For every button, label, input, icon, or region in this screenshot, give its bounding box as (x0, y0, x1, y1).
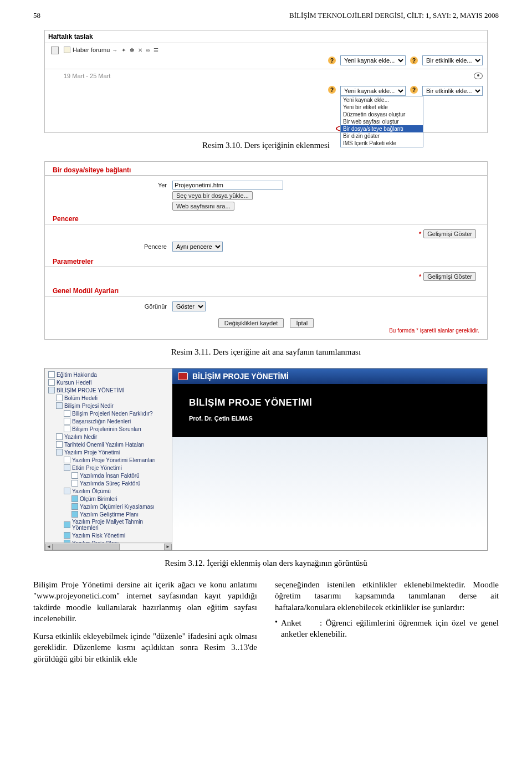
dropdown-option[interactable]: Düzmetin dosyası oluştur (341, 111, 423, 118)
tree-item[interactable]: Yazılımda İnsan Faktörü (46, 472, 171, 479)
bullet-icon: • (275, 617, 278, 640)
tree-item-label: Bilişim Projesi Nedir (64, 403, 114, 409)
edit-tools[interactable]: → ✦ ✽ ✕ ∞ ☰ (112, 47, 160, 53)
form-section-heading: Parametreler (45, 253, 487, 267)
dropdown-option[interactable]: Bir web sayfası oluştur (341, 118, 423, 125)
tree-item[interactable]: Bölüm Hedefi (46, 394, 171, 402)
page-icon (64, 426, 70, 432)
tree-item-label: Yazılım Ölçümü (72, 488, 111, 494)
form-section-heading: Pencere (45, 211, 487, 224)
tree-item-label: Yazılım Geliştirme Planı (80, 511, 139, 518)
window-select[interactable]: Aynı pencere (172, 242, 223, 252)
tree-item[interactable]: Başarısızlığın Nedenleri (46, 417, 171, 425)
tree-item-label: Yazılım Risk Yönetimi (72, 533, 125, 539)
save-button[interactable]: Değişiklikleri kaydet (218, 318, 284, 328)
page-icon (48, 379, 55, 386)
horizontal-scrollbar[interactable]: ◄ ► (45, 543, 172, 550)
tree-item[interactable]: Yazılım Nedir (46, 433, 171, 441)
add-resource-select-open[interactable]: Yeni kaynak ekle... Yeni kaynak ekle...Y… (340, 86, 406, 96)
tree-item[interactable]: Ölçüm Birimleri (46, 495, 171, 503)
dropdown-option[interactable]: Yeni kaynak ekle... (341, 96, 423, 104)
page-icon (71, 472, 78, 479)
tree-item[interactable]: Eğitim Hakkında (46, 371, 171, 378)
tree-item-label: Eğitim Hakkında (57, 372, 97, 378)
help-icon[interactable]: ? (328, 86, 336, 94)
help-icon[interactable]: ? (410, 57, 418, 64)
tree-item[interactable]: Bilişim Projesi Nedir (46, 402, 171, 410)
tree-item[interactable]: Yazılım Geliştirme Planı (46, 510, 171, 518)
tree-item-label: Yazılım Proje Yönetimi Elemanları (72, 457, 156, 463)
tree-item[interactable]: Yazılım Proje Yönetimi (46, 448, 171, 456)
field-label-yer: Yer (45, 182, 172, 188)
tree-item-label: Ölçüm Birimleri (80, 496, 117, 502)
add-resource-select[interactable]: Yeni kaynak ekle... (340, 55, 406, 65)
tree-item-label: Etkin Proje Yönetimi (72, 465, 122, 471)
bullet-tag: Anket (281, 617, 320, 628)
tree-item-label: Bölüm Hedefi (64, 395, 98, 401)
forum-label[interactable]: Haber forumu (73, 47, 110, 53)
book-icon (178, 372, 188, 380)
hero-banner: BİLİŞİM PROJE YÖNETİMİ Prof. Dr. Çetin E… (172, 384, 487, 437)
web-search-button[interactable]: Web sayfasını ara... (172, 202, 234, 211)
tree-item[interactable]: BİLİŞİM PROJE YÖNETİMİ (46, 386, 171, 394)
scroll-left-arrow[interactable]: ◄ (45, 544, 53, 550)
tree-item[interactable]: Yazılımda Süreç Faktörü (46, 479, 171, 487)
resource-dropdown-list[interactable]: Yeni kaynak ekle...Yeni bir etiket ekleD… (340, 96, 423, 147)
tree-item-label: Yazılım Nedir (64, 434, 97, 440)
tree-item[interactable]: Etkin Proje Yönetimi (46, 464, 171, 472)
paragraph: Kursa etkinlik ekleyebilmek içinde "düze… (33, 631, 257, 664)
tree-item-label: Yazılım Proje Maliyet Tahmin Yöntemleri (72, 519, 170, 531)
tree-item[interactable]: Yazılım Proje Maliyet Tahmin Yöntemleri (46, 518, 171, 531)
tree-item-label: Yazılım Ölçümleri Kıyaslaması (80, 504, 155, 510)
add-activity-select[interactable]: Bir etkinlik ekle... (422, 86, 483, 96)
tree-item[interactable]: Tarihteki Önemli Yazılım Hataları (46, 441, 171, 448)
tree-item[interactable]: Bilişim Projeleri Neden Farklıdır? (46, 410, 171, 417)
tree-item[interactable]: Yazılım Proje Yönetimi Elemanları (46, 456, 171, 464)
page-icon (56, 395, 63, 401)
figure-caption-3: Resim 3.12. İçeriği eklenmiş olan ders k… (33, 559, 499, 568)
bullet-item: Anket: Öğrenci eğilimlerini öğrenmek içi… (281, 617, 499, 640)
cancel-button[interactable]: İptal (290, 318, 314, 328)
flag-icon (64, 532, 70, 539)
screenshot-weekly-outline: Haftalık taslak Haber forumu → ✦ ✽ ✕ ∞ ☰… (44, 30, 488, 133)
dropdown-option[interactable]: IMS İçerik Paketi ekle (341, 140, 423, 147)
add-resource-select[interactable]: Yeni kaynak ekle... (340, 86, 406, 96)
yer-input[interactable] (172, 181, 283, 190)
show-advanced-button[interactable]: Gelişmişi Göster (423, 229, 476, 238)
dropdown-option[interactable]: Bir dosya/siteye bağlantı (341, 125, 423, 132)
dropdown-option[interactable]: Bir dizin göster (341, 132, 423, 140)
page-icon (71, 480, 78, 487)
forum-icon (64, 47, 70, 53)
folder-icon (56, 402, 63, 409)
page-icon (64, 418, 70, 424)
page-number: 58 (33, 11, 40, 20)
page-icon (64, 457, 70, 463)
add-activity-select[interactable]: Bir etkinlik ekle... (422, 55, 483, 65)
page-icon (64, 410, 70, 417)
scrollbar-thumb[interactable] (53, 544, 120, 550)
tree-item[interactable]: Yazılım Risk Yönetimi (46, 531, 171, 539)
course-tree-sidebar[interactable]: Eğitim HakkındaKursun HedefiBİLİŞİM PROJ… (45, 369, 172, 550)
scroll-right-arrow[interactable]: ► (164, 544, 172, 550)
folder-icon (64, 464, 70, 471)
flag-icon (71, 511, 78, 518)
help-icon[interactable]: ? (328, 57, 336, 64)
form-section-heading: Bir dosya/siteye bağlantı (45, 162, 487, 176)
paragraph: Bilişim Proje Yönetimi dersine ait içeri… (33, 579, 257, 624)
tree-item[interactable]: Yazılım Ölçümleri Kıyaslaması (46, 503, 171, 510)
figure-caption-1: Resim 3.10. Ders içeriğinin eklenmesi (33, 141, 499, 150)
show-advanced-button[interactable]: Gelişmişi Göster (423, 272, 476, 281)
visibility-eye-icon[interactable] (474, 73, 483, 79)
tree-item[interactable]: Bilişim Projelerinin Sorunları (46, 425, 171, 433)
choose-file-button[interactable]: Seç veya bir dosya yükle... (172, 191, 253, 200)
tree-item[interactable]: Kursun Hedefi (46, 378, 171, 386)
toggle-icon[interactable] (51, 47, 59, 54)
tree-item[interactable]: Yazılım Ölçümü (46, 487, 171, 495)
screenshot-course-site: Eğitim HakkındaKursun HedefiBİLİŞİM PROJ… (44, 368, 488, 551)
visible-select[interactable]: Göster (172, 301, 206, 311)
required-asterisk: * (419, 231, 421, 237)
dropdown-option[interactable]: Yeni bir etiket ekle (341, 104, 423, 111)
hero-title: BİLİŞİM PROJE YÖNETİMİ (189, 397, 476, 408)
help-icon[interactable]: ? (410, 86, 418, 94)
flag-icon (64, 521, 70, 528)
